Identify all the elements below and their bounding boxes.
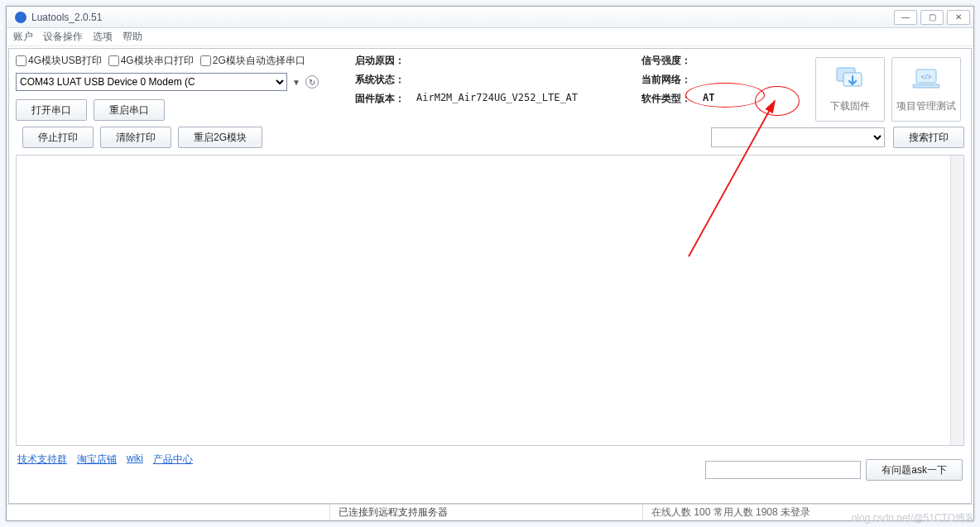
link-prod[interactable]: 产品中心	[153, 453, 193, 467]
menu-device[interactable]: 设备操作	[43, 30, 83, 44]
menu-account[interactable]: 账户	[13, 30, 33, 44]
menu-help[interactable]: 帮助	[122, 30, 142, 44]
label-swtype: 软件类型：	[641, 92, 703, 106]
laptop-icon: </>	[910, 66, 943, 94]
label-signal: 信号强度：	[641, 54, 703, 68]
reboot-2g-button[interactable]: 重启2G模块	[178, 127, 262, 148]
search-print-button[interactable]: 搜索打印	[893, 127, 964, 148]
menu-options[interactable]: 选项	[93, 30, 113, 44]
ask-input[interactable]	[705, 461, 861, 479]
label-fw: 固件版本：	[355, 92, 416, 106]
value-fw: AirM2M_Air724UG_V252_LTE_AT	[416, 92, 578, 106]
checkbox-4g-usb[interactable]: 4G模块USB打印	[16, 54, 102, 68]
maximize-button[interactable]: ▢	[920, 10, 944, 25]
svg-text:</>: </>	[920, 73, 931, 81]
checkbox-2g-auto[interactable]: 2G模块自动选择串口	[200, 54, 305, 68]
status-bar: 已连接到远程支持服务器 在线人数 100 常用人数 1908 未登录	[7, 504, 973, 520]
watermark: olog.csdn.net/@51CTO博客	[852, 511, 975, 525]
project-manage-button[interactable]: </> 项目管理测试	[891, 57, 961, 122]
link-wiki[interactable]: wiki	[127, 453, 143, 467]
refresh-icon[interactable]: ↻	[305, 75, 319, 89]
app-icon	[15, 12, 26, 23]
download-firmware-button[interactable]: 下载固件	[815, 57, 885, 122]
checkbox-4g-serial[interactable]: 4G模块串口打印	[108, 54, 194, 68]
svg-rect-4	[913, 84, 939, 88]
download-icon	[833, 66, 867, 94]
close-button[interactable]: ✕	[947, 10, 970, 25]
open-port-button[interactable]: 打开串口	[16, 99, 87, 121]
clear-print-button[interactable]: 清除打印	[100, 127, 171, 148]
label-net: 当前网络：	[641, 73, 703, 87]
value-swtype: AT	[703, 92, 714, 106]
chevron-down-icon[interactable]: ▼	[292, 78, 300, 87]
com-port-select[interactable]: COM43 LUAT USB Device 0 Modem (C	[16, 73, 287, 91]
reboot-port-button[interactable]: 重启串口	[94, 99, 165, 121]
status-mid: 已连接到远程支持服务器	[329, 505, 642, 520]
link-shop[interactable]: 淘宝店铺	[77, 453, 117, 467]
status-left	[7, 505, 329, 520]
label-boot: 启动原因：	[355, 54, 416, 68]
link-tech[interactable]: 技术支持群	[17, 453, 67, 467]
label-sys: 系统状态：	[355, 73, 416, 87]
log-textarea[interactable]	[16, 155, 964, 446]
ask-button[interactable]: 有问题ask一下	[866, 459, 963, 481]
scrollbar[interactable]	[950, 156, 963, 445]
search-select[interactable]	[711, 127, 885, 147]
window-title: Luatools_2.0.51	[31, 12, 102, 23]
minimize-button[interactable]: —	[894, 10, 917, 25]
stop-print-button[interactable]: 停止打印	[22, 127, 94, 148]
